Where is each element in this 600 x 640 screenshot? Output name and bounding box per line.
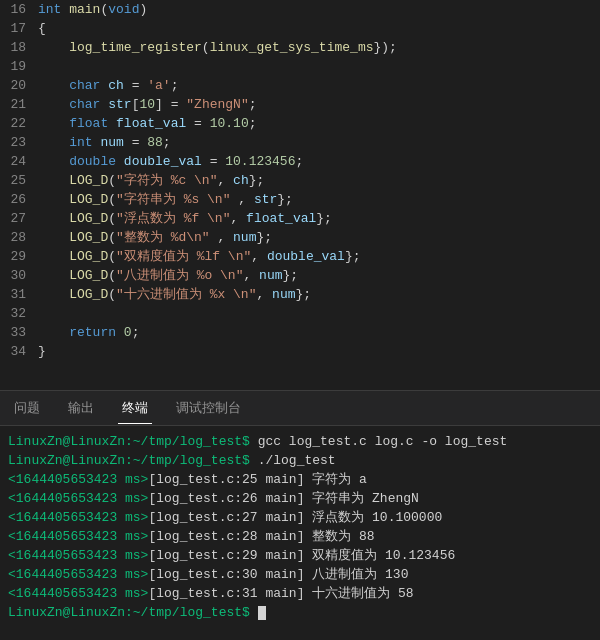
line-content: LOG_D("十六进制值为 %x \n", num};: [38, 285, 600, 304]
tab-终端[interactable]: 终端: [118, 393, 152, 424]
line-number: 33: [0, 323, 38, 342]
terminal-area: LinuxZn@LinuxZn:~/tmp/log_test$ gcc log_…: [0, 426, 600, 640]
line-content: LOG_D("字符为 %c \n", ch};: [38, 171, 600, 190]
line-number: 25: [0, 171, 38, 190]
tab-问题[interactable]: 问题: [10, 393, 44, 423]
line-number: 17: [0, 19, 38, 38]
line-content: LOG_D("八进制值为 %o \n", num};: [38, 266, 600, 285]
line-content: {: [38, 19, 600, 38]
line-content: LOG_D("双精度值为 %lf \n", double_val};: [38, 247, 600, 266]
code-line: 25 LOG_D("字符为 %c \n", ch};: [0, 171, 600, 190]
terminal-line: <1644405653423 ms>[log_test.c:29 main] 双…: [8, 546, 592, 565]
terminal-line: <1644405653423 ms>[log_test.c:30 main] 八…: [8, 565, 592, 584]
terminal-line: <1644405653423 ms>[log_test.c:31 main] 十…: [8, 584, 592, 603]
line-number: 29: [0, 247, 38, 266]
code-line: 26 LOG_D("字符串为 %s \n" , str};: [0, 190, 600, 209]
code-line: 20 char ch = 'a';: [0, 76, 600, 95]
code-line: 31 LOG_D("十六进制值为 %x \n", num};: [0, 285, 600, 304]
line-content: }: [38, 342, 600, 361]
line-number: 16: [0, 0, 38, 19]
line-content: log_time_register(linux_get_sys_time_ms}…: [38, 38, 600, 57]
line-number: 18: [0, 38, 38, 57]
line-number: 20: [0, 76, 38, 95]
line-number: 31: [0, 285, 38, 304]
code-line: 29 LOG_D("双精度值为 %lf \n", double_val};: [0, 247, 600, 266]
code-line: 32: [0, 304, 600, 323]
line-number: 24: [0, 152, 38, 171]
line-content: [38, 57, 600, 76]
line-content: char ch = 'a';: [38, 76, 600, 95]
line-number: 32: [0, 304, 38, 323]
code-line: 33 return 0;: [0, 323, 600, 342]
line-content: LOG_D("整数为 %d\n" , num};: [38, 228, 600, 247]
code-line: 18 log_time_register(linux_get_sys_time_…: [0, 38, 600, 57]
terminal-line: <1644405653423 ms>[log_test.c:26 main] 字…: [8, 489, 592, 508]
line-content: int main(void): [38, 0, 600, 19]
line-content: char str[10] = "ZhengN";: [38, 95, 600, 114]
line-number: 27: [0, 209, 38, 228]
terminal-line: <1644405653423 ms>[log_test.c:27 main] 浮…: [8, 508, 592, 527]
code-line: 22 float float_val = 10.10;: [0, 114, 600, 133]
line-content: double double_val = 10.123456;: [38, 152, 600, 171]
line-content: return 0;: [38, 323, 600, 342]
line-content: float float_val = 10.10;: [38, 114, 600, 133]
code-line: 24 double double_val = 10.123456;: [0, 152, 600, 171]
code-line: 30 LOG_D("八进制值为 %o \n", num};: [0, 266, 600, 285]
editor-area: 16int main(void)17{18 log_time_register(…: [0, 0, 600, 390]
line-number: 23: [0, 133, 38, 152]
code-line: 27 LOG_D("浮点数为 %f \n", float_val};: [0, 209, 600, 228]
terminal-line: LinuxZn@LinuxZn:~/tmp/log_test$ ./log_te…: [8, 451, 592, 470]
line-number: 34: [0, 342, 38, 361]
code-line: 28 LOG_D("整数为 %d\n" , num};: [0, 228, 600, 247]
line-number: 21: [0, 95, 38, 114]
line-content: LOG_D("浮点数为 %f \n", float_val};: [38, 209, 600, 228]
code-line: 16int main(void): [0, 0, 600, 19]
line-number: 26: [0, 190, 38, 209]
terminal-line: LinuxZn@LinuxZn:~/tmp/log_test$: [8, 603, 592, 622]
code-line: 21 char str[10] = "ZhengN";: [0, 95, 600, 114]
code-line: 34}: [0, 342, 600, 361]
terminal-line: <1644405653423 ms>[log_test.c:28 main] 整…: [8, 527, 592, 546]
tab-调试控制台[interactable]: 调试控制台: [172, 393, 245, 423]
tab-bar: 问题输出终端调试控制台: [0, 391, 600, 426]
terminal-line: LinuxZn@LinuxZn:~/tmp/log_test$ gcc log_…: [8, 432, 592, 451]
code-line: 19: [0, 57, 600, 76]
code-line: 23 int num = 88;: [0, 133, 600, 152]
line-content: int num = 88;: [38, 133, 600, 152]
tab-输出[interactable]: 输出: [64, 393, 98, 423]
code-line: 17{: [0, 19, 600, 38]
line-content: LOG_D("字符串为 %s \n" , str};: [38, 190, 600, 209]
line-number: 19: [0, 57, 38, 76]
line-number: 30: [0, 266, 38, 285]
line-number: 22: [0, 114, 38, 133]
terminal-line: <1644405653423 ms>[log_test.c:25 main] 字…: [8, 470, 592, 489]
line-number: 28: [0, 228, 38, 247]
line-content: [38, 304, 600, 323]
